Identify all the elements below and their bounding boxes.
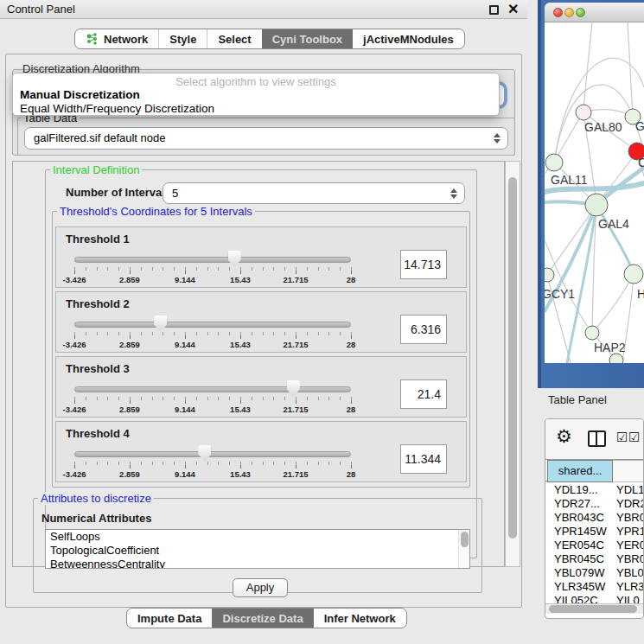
list-scrollbar[interactable] xyxy=(458,530,469,568)
threshold-value-field[interactable]: 6.316 xyxy=(400,315,447,344)
table-row[interactable]: YLR345WYLR3 xyxy=(545,580,644,594)
hscrollbar-thumb[interactable] xyxy=(549,605,637,613)
tab-style[interactable]: Style xyxy=(158,29,207,48)
zoom-traffic-light-icon[interactable] xyxy=(576,8,585,17)
table-header: shared... na xyxy=(545,459,644,481)
table-row[interactable]: YBR045CYBR0 xyxy=(545,552,644,566)
threshold-box-1: Threshold 1-3.4262.8599.14415.4321.71528… xyxy=(55,226,467,288)
top-tab-strip: Network Style Select Cyni Toolbox jActiv… xyxy=(74,29,465,49)
threshold-box-2: Threshold 2-3.4262.8599.14415.4321.71528… xyxy=(55,291,467,353)
slider-handle[interactable] xyxy=(198,445,211,462)
network-node-gal11[interactable] xyxy=(545,154,563,171)
horizontal-scrollbar[interactable] xyxy=(545,603,644,614)
table-data-combobox[interactable]: galFiltered.sif default node xyxy=(24,127,508,150)
network-node-gcy1[interactable] xyxy=(545,268,554,282)
network-node[interactable] xyxy=(609,354,623,363)
slider-handle[interactable] xyxy=(228,251,241,267)
node-label: GAL4 xyxy=(598,217,629,231)
close-traffic-light-icon[interactable] xyxy=(553,8,563,17)
column-header-shared-name[interactable]: shared... xyxy=(547,460,613,482)
close-icon[interactable]: ✕ xyxy=(507,1,519,17)
table-row[interactable]: YPR145WYPR1 xyxy=(545,525,644,539)
number-of-intervals-combobox[interactable]: 5 xyxy=(163,182,465,204)
slider-track[interactable] xyxy=(74,257,351,263)
tick-label: 28 xyxy=(347,340,356,349)
tab-impute-data-label: Impute Data xyxy=(137,612,201,625)
scrollbar-thumb[interactable] xyxy=(508,177,517,539)
table-row[interactable]: YBR043CYBR0 xyxy=(545,511,644,525)
thresholds-group-title: Threshold's Coordinates for 5 Intervals xyxy=(57,205,255,218)
slider-handle[interactable] xyxy=(154,316,167,332)
tab-network[interactable]: Network xyxy=(75,29,158,48)
network-window-titlebar[interactable] xyxy=(545,3,644,22)
column-layout-icon[interactable] xyxy=(588,430,606,447)
network-node-gal4[interactable] xyxy=(585,194,608,216)
table-row[interactable]: YDR27...YDR2 xyxy=(545,497,644,511)
gear-icon[interactable]: ⚙ xyxy=(556,426,572,447)
tick-label: 21.715 xyxy=(283,275,308,284)
slider-track[interactable] xyxy=(74,322,351,328)
tick-label: 9.144 xyxy=(175,275,195,284)
list-scrollbar-thumb[interactable] xyxy=(461,532,469,547)
threshold-label: Threshold 1 xyxy=(66,233,130,245)
network-edges xyxy=(545,22,644,363)
slider-track[interactable] xyxy=(74,386,351,392)
network-icon xyxy=(86,33,99,45)
tick-label: -3.426 xyxy=(63,275,86,284)
threshold-box-4: Threshold 4-3.4262.8599.14415.4321.71528… xyxy=(55,421,467,482)
tab-select[interactable]: Select xyxy=(207,29,261,48)
table-row[interactable]: YBL079WYBL0 xyxy=(545,566,644,580)
network-node[interactable] xyxy=(624,265,643,284)
tick-label: -3.426 xyxy=(63,340,86,349)
threshold-value-field[interactable]: 21.4 xyxy=(400,379,447,409)
tab-cyni-toolbox[interactable]: Cyni Toolbox xyxy=(262,29,353,48)
cell-shared-name: YPR145W xyxy=(545,525,608,539)
slider-track[interactable] xyxy=(74,451,351,457)
threshold-value-field[interactable]: 11.344 xyxy=(400,444,447,474)
tick-label: 2.859 xyxy=(119,340,140,349)
table-data-value: galFiltered.sif default node xyxy=(34,131,165,144)
attributes-group-title: Attributes to discretize xyxy=(38,492,154,505)
tab-infer-network-label: Infer Network xyxy=(324,612,396,625)
tab-jactivemnodules[interactable]: jActiveMNodules xyxy=(353,29,464,48)
tab-discretize-data[interactable]: Discretize Data xyxy=(212,609,313,628)
numerical-attributes-list[interactable]: SelfLoopsTopologicalCoefficientBetweenne… xyxy=(45,529,470,569)
network-node-hap2[interactable] xyxy=(585,326,599,340)
node-label-clipped: G. xyxy=(635,119,644,133)
cell-shared-name: YDR27... xyxy=(545,497,608,511)
threshold-label: Threshold 4 xyxy=(66,427,130,440)
popup-option-equal-width-frequency[interactable]: Equal Width/Frequency Discretization xyxy=(20,102,214,115)
minimize-traffic-light-icon[interactable] xyxy=(564,8,574,17)
attribute-list-item[interactable]: BetweennessCentrality xyxy=(46,558,469,569)
attribute-list-item[interactable]: SelfLoops xyxy=(46,530,469,544)
node-label: GAL11 xyxy=(551,173,588,187)
slider-minor-ticks xyxy=(74,332,352,335)
combo-arrows-icon xyxy=(494,133,501,143)
tab-cyni-toolbox-label: Cyni Toolbox xyxy=(272,33,342,46)
tab-impute-data[interactable]: Impute Data xyxy=(127,609,212,628)
threshold-label: Threshold 2 xyxy=(66,297,130,310)
slider-minor-ticks xyxy=(74,397,352,400)
cell-name: YBL0 xyxy=(608,566,644,580)
tab-infer-network[interactable]: Infer Network xyxy=(314,609,406,628)
tick-label: 15.43 xyxy=(230,340,251,349)
tick-label: 28 xyxy=(347,275,356,284)
network-canvas[interactable]: GAL80GAL11GAL4GCY1HAP2G.CH xyxy=(545,22,644,363)
slider-handle[interactable] xyxy=(287,380,300,397)
column-header-name[interactable]: na xyxy=(613,460,644,482)
checkbox-icon[interactable]: ☑ xyxy=(616,430,628,445)
threshold-value-field[interactable]: 14.713 xyxy=(400,250,447,279)
float-panel-icon[interactable] xyxy=(489,5,499,15)
tick-label: -3.426 xyxy=(63,469,86,479)
cell-shared-name: YBR043C xyxy=(545,511,608,525)
attribute-list-item[interactable]: TopologicalCoefficient xyxy=(46,544,469,558)
table-row[interactable]: YER054CYER0 xyxy=(545,539,644,552)
tick-label: 15.43 xyxy=(230,405,251,414)
network-node-gal80[interactable] xyxy=(576,105,591,120)
apply-button[interactable]: Apply xyxy=(233,578,288,597)
vertical-scrollbar[interactable] xyxy=(505,161,520,567)
table-row[interactable]: YDL19...YDL1 xyxy=(545,483,644,497)
threshold-label: Threshold 3 xyxy=(66,362,130,375)
popup-option-manual-discretization[interactable]: Manual Discretization xyxy=(20,88,140,101)
checkbox-icon[interactable]: ☑ xyxy=(628,430,640,445)
